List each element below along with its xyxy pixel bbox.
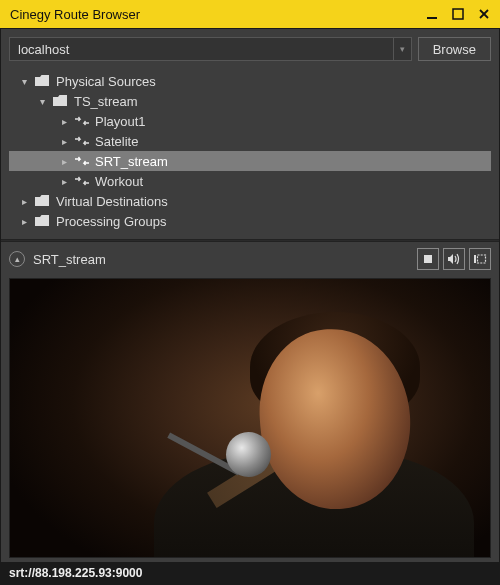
tree-item-ts-stream[interactable]: TS_stream xyxy=(9,91,491,111)
expander-icon[interactable] xyxy=(37,96,47,107)
preview-controls xyxy=(417,248,491,270)
status-bar: srt://88.198.225.93:9000 xyxy=(1,562,499,584)
window-controls xyxy=(420,4,496,24)
svg-rect-6 xyxy=(478,255,486,263)
collapse-button[interactable]: ▴ xyxy=(9,251,25,267)
stream-icon xyxy=(75,116,89,126)
tree-label: Processing Groups xyxy=(56,214,167,229)
tree-item-physical-sources[interactable]: Physical Sources xyxy=(9,71,491,91)
tree-label: Playout1 xyxy=(95,114,146,129)
maximize-button[interactable] xyxy=(446,4,470,24)
address-dropdown-button[interactable]: ▾ xyxy=(393,38,411,60)
folder-icon xyxy=(35,215,50,227)
minimize-button[interactable] xyxy=(420,4,444,24)
expander-icon[interactable] xyxy=(59,156,69,167)
content-area: ▾ Browse Physical Sources TS_stream xyxy=(0,28,500,585)
stop-button[interactable] xyxy=(417,248,439,270)
address-input[interactable] xyxy=(10,38,393,60)
expander-icon[interactable] xyxy=(19,76,29,87)
layout-button[interactable] xyxy=(469,248,491,270)
expander-icon[interactable] xyxy=(19,196,29,207)
tree-item-srt-stream[interactable]: SRT_stream xyxy=(9,151,491,171)
svg-rect-1 xyxy=(453,9,463,19)
video-preview[interactable] xyxy=(9,278,491,558)
expander-icon[interactable] xyxy=(59,176,69,187)
route-tree[interactable]: Physical Sources TS_stream Playout1 Sa xyxy=(1,69,499,239)
tree-label: Satelite xyxy=(95,134,138,149)
stream-icon xyxy=(75,156,89,166)
tree-item-virtual-destinations[interactable]: Virtual Destinations xyxy=(9,191,491,211)
tree-label: SRT_stream xyxy=(95,154,168,169)
close-button[interactable] xyxy=(472,4,496,24)
tree-item-processing-groups[interactable]: Processing Groups xyxy=(9,211,491,231)
svg-rect-0 xyxy=(427,17,437,19)
svg-rect-4 xyxy=(424,255,432,263)
expander-icon[interactable] xyxy=(19,216,29,227)
titlebar: Cinegy Route Browser xyxy=(0,0,500,28)
stream-icon xyxy=(75,176,89,186)
expander-icon[interactable] xyxy=(59,136,69,147)
preview-title: SRT_stream xyxy=(33,252,409,267)
window-title: Cinegy Route Browser xyxy=(10,7,420,22)
status-url: srt://88.198.225.93:9000 xyxy=(9,566,142,580)
browse-button[interactable]: Browse xyxy=(418,37,491,61)
address-input-wrap: ▾ xyxy=(9,37,412,61)
folder-icon xyxy=(53,95,68,107)
audio-button[interactable] xyxy=(443,248,465,270)
tree-label: Physical Sources xyxy=(56,74,156,89)
tree-item-playout1[interactable]: Playout1 xyxy=(9,111,491,131)
folder-icon xyxy=(35,75,50,87)
address-row: ▾ Browse xyxy=(1,29,499,69)
stream-icon xyxy=(75,136,89,146)
tree-label: Workout xyxy=(95,174,143,189)
svg-rect-5 xyxy=(474,255,476,263)
folder-icon xyxy=(35,195,50,207)
preview-header: ▴ SRT_stream xyxy=(1,242,499,276)
tree-label: TS_stream xyxy=(74,94,138,109)
tree-item-workout[interactable]: Workout xyxy=(9,171,491,191)
tree-label: Virtual Destinations xyxy=(56,194,168,209)
expander-icon[interactable] xyxy=(59,116,69,127)
tree-item-satelite[interactable]: Satelite xyxy=(9,131,491,151)
